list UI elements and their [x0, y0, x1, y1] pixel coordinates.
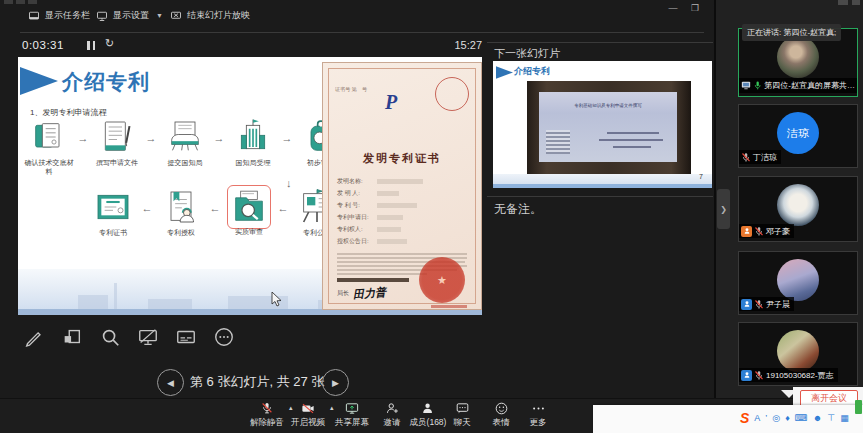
show-taskbar-label: 显示任务栏: [45, 9, 90, 22]
account-icon[interactable]: ☻: [813, 413, 822, 423]
flow-step-label: 撰写申请文件: [92, 159, 142, 168]
participant-namebar: 19105030682-贾志: [739, 368, 838, 382]
building-icon: [233, 117, 273, 157]
voice-icon[interactable]: ♦: [785, 413, 790, 423]
mic-muted-icon: [741, 152, 751, 163]
certificate-field-label: 发 明 人:: [337, 189, 377, 198]
previous-slide-button[interactable]: ◀: [157, 369, 184, 396]
minimize-button[interactable]: —: [666, 3, 680, 13]
phrase-icon[interactable]: ’: [765, 413, 767, 423]
chevron-down-icon: ▼: [156, 12, 163, 19]
participant-namebar: 第四位-赵宜真的屏幕共…: [739, 78, 858, 93]
end-slideshow-button[interactable]: 结束幻灯片放映: [170, 9, 250, 22]
certificate-icon: [93, 187, 133, 227]
flow-step-label: 提交国知局: [160, 159, 210, 168]
clothes-icon[interactable]: ⊤: [827, 413, 835, 423]
video-button[interactable]: 开启视频: [291, 401, 325, 429]
restore-button[interactable]: ❐: [688, 3, 702, 13]
mic-on-icon: [753, 80, 762, 91]
flow-arrow: ←: [140, 202, 154, 214]
certificate-field-label: 专 利 号:: [337, 201, 377, 210]
chat-button[interactable]: 聊天: [454, 401, 471, 429]
certificate-field-label: 专利申请日:: [337, 213, 377, 222]
members-button[interactable]: 成员(168): [410, 401, 447, 429]
end-slideshow-label: 结束幻灯片放映: [187, 9, 250, 22]
more-button[interactable]: 更多: [530, 401, 547, 429]
toolbar-separator: [20, 32, 704, 33]
seal-date-line: [431, 305, 467, 308]
flow-step-label: 专利证书: [88, 229, 138, 238]
more-tools-button[interactable]: [212, 324, 236, 350]
signature-row: 局长 田力普: [337, 286, 386, 301]
chat-icon: [454, 401, 470, 416]
tray-green-icon[interactable]: [855, 400, 862, 414]
toolbox-icon[interactable]: ▦: [840, 413, 849, 423]
participant-name: 尹子晨: [766, 299, 790, 310]
participant-name: 丁洁琼: [753, 152, 777, 163]
participant-name: 邓子豪: [766, 226, 790, 237]
language-icon[interactable]: A: [754, 413, 760, 423]
display-settings-button[interactable]: 显示设置 ▼: [96, 9, 163, 22]
display-settings-label: 显示设置: [113, 9, 149, 22]
participant-tile[interactable]: 19105030682-贾志: [738, 322, 858, 386]
certificate-field-row: 发 明 人:: [337, 187, 469, 199]
taskbar-icon: [28, 10, 40, 22]
flow-step-label: 确认技术交底材料: [24, 159, 74, 177]
participant-tile[interactable]: 洁琼丁洁琼: [738, 104, 858, 168]
participant-tile[interactable]: 邓子豪: [738, 176, 858, 242]
doc-person-icon: [161, 187, 201, 227]
video-icon: [300, 401, 316, 416]
toolbar-item-label: 聊天: [454, 417, 471, 429]
end-slideshow-icon: [170, 10, 182, 22]
certificate-field-label: 发明名称:: [337, 177, 377, 186]
official-seal-icon: ★: [419, 257, 465, 303]
flow-step-label: 实质审查: [224, 228, 274, 237]
flow-step-label: 专利授权: [156, 229, 206, 238]
certificate-fields: 发明名称:发 明 人:专 利 号:专利申请日:专利权人:授权公告日:: [337, 175, 469, 247]
reset-timer-button[interactable]: ↻: [105, 37, 114, 50]
pause-timer-button[interactable]: [87, 41, 95, 50]
mic-muted-icon: [754, 299, 764, 310]
flow-step-doc-pen: 撰写申请文件: [90, 117, 144, 168]
window-stub-icon: [28, 0, 37, 4]
share-button[interactable]: 共享屏幕: [335, 401, 369, 429]
avatar: 洁琼: [777, 112, 819, 154]
photo-heading: 专利基础知识及专利申请文件撰写: [550, 102, 667, 107]
emoji-button[interactable]: 表情: [493, 401, 510, 429]
patent-flow-bottom-row: 专利证书←专利授权←实质审查←专利公开: [86, 187, 326, 238]
next-slide-button[interactable]: ▶: [322, 369, 349, 396]
certificate-field-row: 专利权人:: [337, 223, 469, 235]
keyboard-icon[interactable]: ⌨: [795, 413, 808, 423]
notes-separator: [487, 196, 713, 197]
skin-icon[interactable]: ◎: [772, 413, 780, 423]
show-taskbar-button[interactable]: 显示任务栏: [28, 9, 90, 22]
certificate-field-value: [377, 191, 399, 196]
participant-namebar: 尹子晨: [739, 297, 794, 311]
hand-raised-badge-icon: [741, 226, 752, 237]
members-icon: [420, 401, 436, 416]
sogou-logo-icon[interactable]: S: [740, 410, 749, 426]
flow-step-building: 国知局受理: [226, 117, 280, 168]
slide-sorter-button[interactable]: [60, 324, 84, 350]
flow-arrow: →: [76, 132, 90, 144]
mic-muted-icon: [754, 226, 764, 237]
invite-button[interactable]: 邀请: [384, 401, 401, 429]
avatar: [777, 184, 819, 226]
collapse-panel-button[interactable]: ❯: [717, 189, 730, 229]
participant-tile[interactable]: 尹子晨: [738, 251, 858, 315]
certificate-field-value: [377, 179, 423, 184]
certificate-field-value: [377, 203, 417, 208]
subtitles-button[interactable]: [174, 324, 198, 350]
certificate-field-label: 专利权人:: [337, 225, 377, 234]
toolbar-caret-up[interactable]: ▴: [330, 404, 334, 412]
avatar: [777, 330, 819, 372]
unmute-button[interactable]: 解除静音: [250, 401, 284, 429]
zoom-tool-button[interactable]: [98, 324, 122, 350]
participant-namebar: 丁洁琼: [739, 150, 781, 164]
next-slide-thumbnail[interactable]: 介绍专利 专利基础知识及专利申请文件撰写 7: [493, 61, 712, 188]
flow-step-doc-stack: 确认技术交底材料: [22, 117, 76, 177]
next-slide-number: 7: [699, 173, 703, 180]
pen-tool-button[interactable]: [22, 324, 46, 350]
participant-name: 第四位-赵宜真的屏幕共…: [764, 80, 855, 91]
black-screen-button[interactable]: [136, 324, 160, 350]
